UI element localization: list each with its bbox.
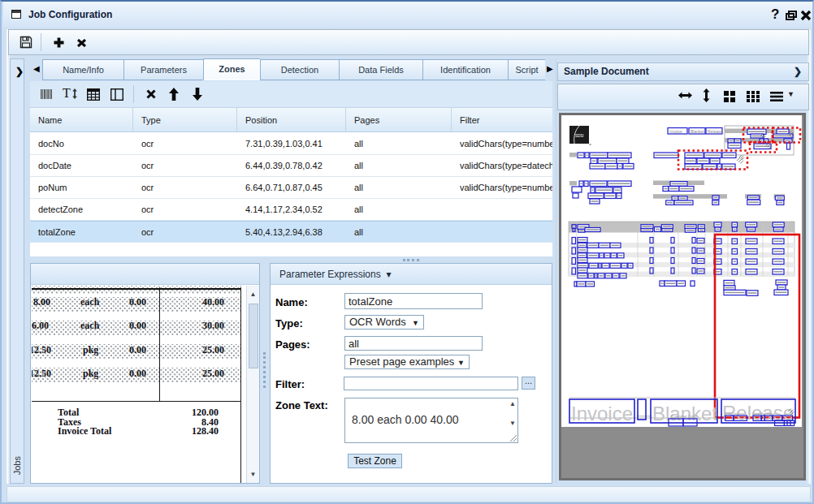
svg-text:Invoice: Invoice bbox=[571, 403, 633, 424]
svg-text:Release: Release bbox=[708, 129, 723, 134]
svg-text:Blanket: Blanket bbox=[691, 129, 704, 134]
svg-text:Sub Total: Sub Total bbox=[725, 411, 738, 416]
svg-text:SDSI: SDSI bbox=[575, 134, 584, 138]
svg-text:—: — bbox=[637, 407, 652, 423]
svg-text:Customer Copy: Customer Copy bbox=[671, 415, 697, 419]
svg-text:Last Rel Whse: Last Rel Whse bbox=[753, 411, 776, 416]
svg-text:Blanket: Blanket bbox=[652, 403, 717, 424]
svg-text:Invoice: Invoice bbox=[669, 129, 682, 134]
